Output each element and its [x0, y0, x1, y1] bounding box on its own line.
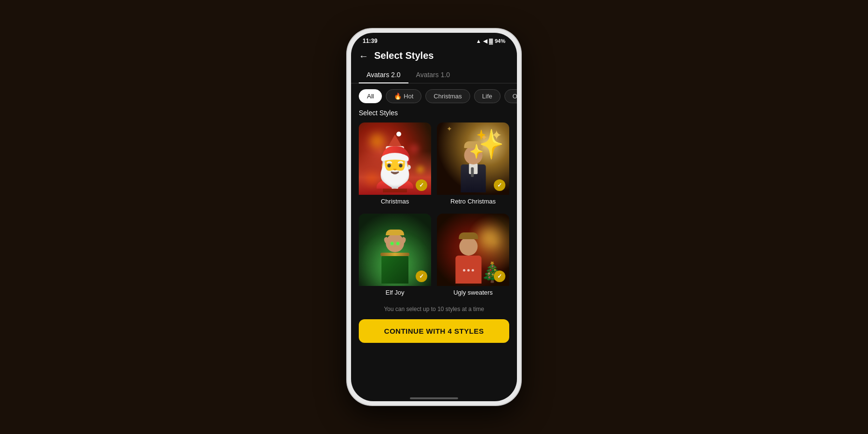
phone-screen: 11:39 ▲ ◀ ▓ 94% ← Select Styles Avatars … — [351, 33, 517, 401]
status-bar: 11:39 ▲ ◀ ▓ 94% — [351, 33, 517, 46]
tab-avatars1[interactable]: Avatars 1.0 — [408, 67, 458, 83]
sweater-check: ✓ — [494, 271, 505, 282]
signal-icon: ◀ — [483, 38, 487, 44]
page-title: Select Styles — [374, 50, 434, 61]
hint-text: You can select up to 10 styles at a time — [359, 306, 509, 312]
status-time: 11:39 — [363, 38, 378, 44]
header: ← Select Styles — [351, 46, 517, 67]
filter-christmas[interactable]: Christmas — [425, 89, 470, 103]
christmas-label: Christmas — [359, 195, 431, 208]
content-area: Select Styles — [351, 109, 517, 393]
filter-all[interactable]: All — [359, 89, 382, 103]
wifi-icon: ▲ — [476, 38, 481, 44]
status-icons: ▲ ◀ ▓ 94% — [476, 38, 505, 44]
filter-life[interactable]: Life — [474, 89, 501, 103]
retro-check: ✓ — [494, 179, 505, 191]
retro-label: Retro Christmas — [437, 195, 509, 208]
continue-button[interactable]: CONTINUE WITH 4 STYLES — [359, 319, 509, 343]
style-card-christmas[interactable]: ✓ Christmas — [359, 122, 431, 208]
style-card-elf[interactable]: ✓ Elf Joy — [359, 214, 431, 299]
style-card-retro[interactable]: ✦ ✦ ✦ — [437, 122, 509, 208]
tab-avatars2[interactable]: Avatars 2.0 — [359, 67, 408, 83]
battery-text: 94% — [495, 38, 505, 44]
section-title: Select Styles — [359, 109, 509, 117]
home-indicator — [351, 393, 517, 401]
elf-check: ✓ — [416, 271, 427, 282]
elf-label: Elf Joy — [359, 286, 431, 299]
tab-bar: Avatars 2.0 Avatars 1.0 — [351, 67, 517, 83]
phone-frame: 11:39 ▲ ◀ ▓ 94% ← Select Styles Avatars … — [347, 29, 521, 405]
styles-grid: ✓ Christmas ✦ ✦ ✦ — [359, 122, 509, 299]
style-card-sweater[interactable]: 🎄 — [437, 214, 509, 299]
back-button[interactable]: ← — [359, 51, 368, 61]
filter-outfits[interactable]: Outfits — [504, 89, 517, 103]
christmas-check: ✓ — [416, 179, 427, 191]
home-bar — [410, 397, 458, 399]
sweater-label: Ugly sweaters — [437, 286, 509, 299]
filter-bar: All 🔥 Hot Christmas Life Outfits — [351, 83, 517, 109]
battery-icon: ▓ — [489, 38, 493, 44]
filter-hot[interactable]: 🔥 Hot — [386, 89, 421, 103]
